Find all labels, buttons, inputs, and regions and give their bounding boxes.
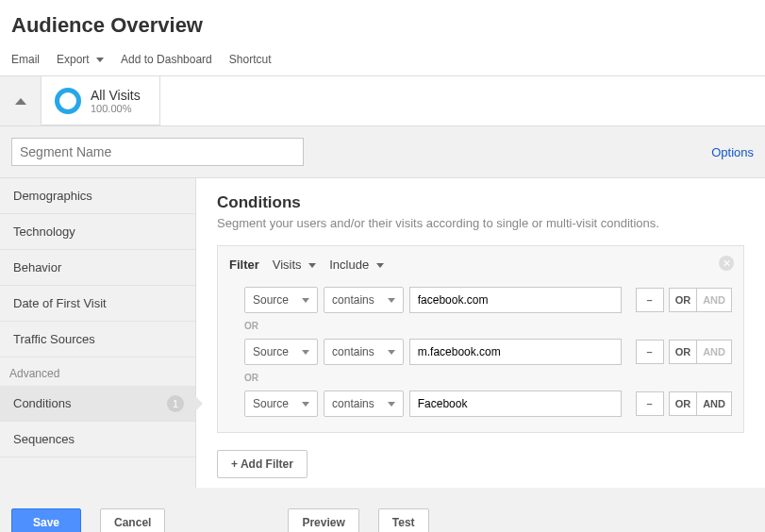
- dimension-value: Source: [253, 345, 289, 358]
- segment-circle-icon: [55, 88, 81, 114]
- caret-down-icon: [302, 298, 309, 303]
- sidebar-item-technology[interactable]: Technology: [0, 214, 195, 250]
- remove-filter-button[interactable]: ✕: [719, 256, 734, 271]
- condition-row: Sourcecontains–ORAND: [229, 387, 732, 421]
- sidebar: Demographics Technology Behavior Date of…: [0, 178, 196, 488]
- cancel-button[interactable]: Cancel: [100, 508, 165, 532]
- remove-condition-button[interactable]: –: [636, 288, 664, 312]
- preview-button[interactable]: Preview: [288, 508, 358, 532]
- sidebar-item-demographics[interactable]: Demographics: [0, 178, 195, 214]
- filter-scope-select[interactable]: Visits: [273, 258, 316, 272]
- caret-down-icon: [388, 298, 395, 303]
- page-title: Audience Overview: [0, 0, 765, 47]
- operator-select[interactable]: contains: [324, 339, 404, 365]
- close-icon: ✕: [723, 258, 731, 270]
- export-menu[interactable]: Export: [57, 53, 104, 66]
- caret-down-icon: [96, 58, 104, 62]
- segment-info: All Visits 100.00%: [91, 88, 141, 114]
- sidebar-item-traffic-sources[interactable]: Traffic Sources: [0, 322, 195, 357]
- caret-down-icon: [388, 402, 395, 407]
- segment-chip[interactable]: All Visits 100.00%: [42, 76, 160, 125]
- caret-down-icon: [308, 263, 316, 268]
- export-label: Export: [57, 53, 90, 66]
- segment-name-input[interactable]: [11, 138, 304, 166]
- and-button: AND: [696, 340, 732, 364]
- and-button[interactable]: AND: [696, 391, 732, 416]
- email-link[interactable]: Email: [11, 53, 40, 66]
- or-button[interactable]: OR: [669, 340, 698, 364]
- sidebar-item-date-first-visit[interactable]: Date of First Visit: [0, 286, 195, 322]
- condition-ops: –ORAND: [636, 288, 732, 312]
- segment-percent: 100.00%: [91, 103, 141, 114]
- options-link[interactable]: Options: [711, 145, 754, 159]
- add-to-dashboard-link[interactable]: Add to Dashboard: [121, 53, 212, 66]
- filter-box: ✕ Filter Visits Include Sourcecontains–O…: [217, 245, 744, 433]
- panel-title: Conditions: [217, 193, 744, 212]
- condition-value-input[interactable]: [409, 287, 622, 313]
- and-button: AND: [696, 288, 732, 312]
- conditions-count-badge: 1: [167, 395, 184, 412]
- dimension-select[interactable]: Source: [244, 287, 318, 313]
- main-panel: Conditions Segment your users and/or the…: [196, 178, 765, 488]
- caret-down-icon: [376, 263, 384, 268]
- sidebar-item-sequences[interactable]: Sequences: [0, 422, 195, 457]
- or-button[interactable]: OR: [669, 391, 698, 416]
- dimension-value: Source: [253, 293, 289, 307]
- segment-name: All Visits: [91, 88, 141, 103]
- remove-condition-button[interactable]: –: [636, 391, 664, 416]
- top-toolbar: Email Export Add to Dashboard Shortcut: [0, 47, 765, 76]
- segment-name-row: Options: [0, 126, 765, 177]
- caret-down-icon: [302, 402, 309, 407]
- panel-desc: Segment your users and/or their visits a…: [217, 216, 744, 230]
- dimension-select[interactable]: Source: [244, 339, 318, 365]
- sidebar-item-label: Conditions: [13, 396, 71, 410]
- chevron-up-icon: [15, 98, 26, 105]
- operator-select[interactable]: contains: [324, 287, 404, 313]
- filter-head: Filter Visits Include: [229, 256, 732, 283]
- caret-down-icon: [302, 350, 309, 355]
- builder: Demographics Technology Behavior Date of…: [0, 177, 765, 488]
- sidebar-section-advanced: Advanced: [0, 357, 195, 386]
- footer-buttons: Save Cancel Preview Test: [0, 488, 765, 532]
- filter-scope-value: Visits: [273, 258, 302, 272]
- operator-value: contains: [332, 345, 374, 358]
- condition-row: Sourcecontains–ORAND: [229, 335, 732, 369]
- dimension-value: Source: [253, 397, 289, 410]
- save-button[interactable]: Save: [11, 508, 81, 532]
- or-separator: OR: [229, 369, 732, 387]
- operator-value: contains: [332, 397, 374, 410]
- or-button[interactable]: OR: [669, 288, 698, 312]
- condition-ops: –ORAND: [636, 391, 732, 416]
- filter-label: Filter: [229, 258, 259, 272]
- caret-down-icon: [388, 350, 395, 355]
- condition-value-input[interactable]: [409, 339, 622, 365]
- segment-header: All Visits 100.00%: [0, 76, 765, 126]
- filter-mode-value: Include: [329, 258, 369, 272]
- collapse-toggle[interactable]: [0, 76, 42, 125]
- test-button[interactable]: Test: [378, 508, 429, 532]
- sidebar-item-conditions[interactable]: Conditions 1: [0, 386, 195, 422]
- add-filter-button[interactable]: + Add Filter: [217, 450, 308, 478]
- operator-select[interactable]: contains: [324, 391, 404, 417]
- dimension-select[interactable]: Source: [244, 391, 318, 417]
- remove-condition-button[interactable]: –: [636, 340, 664, 364]
- shortcut-link[interactable]: Shortcut: [229, 53, 272, 66]
- or-separator: OR: [229, 317, 732, 335]
- segment-builder: Options Demographics Technology Behavior…: [0, 126, 765, 532]
- condition-value-input[interactable]: [409, 391, 622, 417]
- filter-mode-select[interactable]: Include: [329, 258, 384, 272]
- operator-value: contains: [332, 293, 374, 307]
- sidebar-item-behavior[interactable]: Behavior: [0, 250, 195, 286]
- condition-row: Sourcecontains–ORAND: [229, 283, 732, 317]
- condition-ops: –ORAND: [636, 340, 732, 364]
